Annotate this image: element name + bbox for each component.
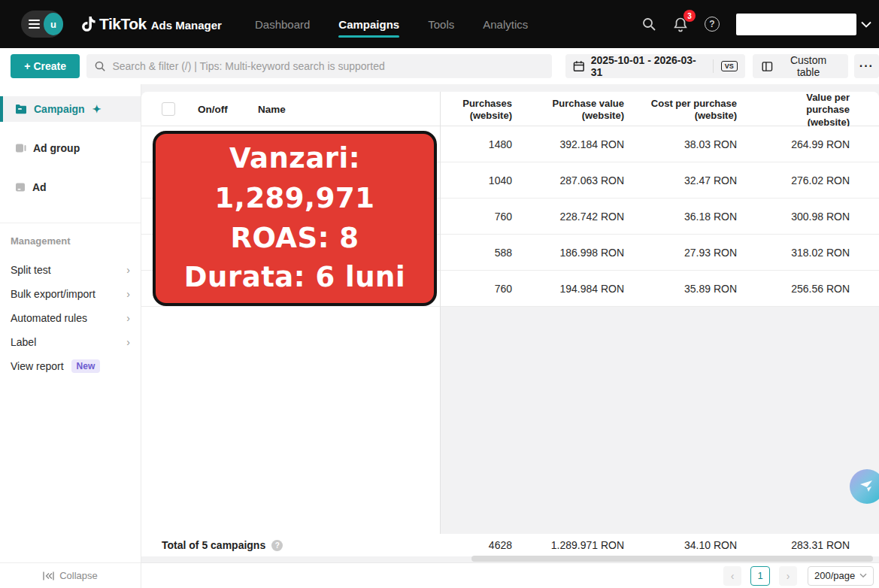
cell-purchases: 760 xyxy=(440,211,512,223)
management-section-title: Management xyxy=(0,229,141,252)
nav-campaigns[interactable]: Campaigns xyxy=(338,2,399,47)
sidebar-item-split-test[interactable]: Split test › xyxy=(0,258,141,282)
help-icon[interactable]: ? xyxy=(703,15,721,33)
notifications-bell-icon[interactable]: 3 xyxy=(671,15,690,33)
collapse-button[interactable]: Collapse xyxy=(0,562,141,588)
annotation-overlay: Vanzari: 1,289,971 ROAS: 8 Durata: 6 lun… xyxy=(153,131,437,306)
date-range-value: 2025-10-01 - 2026-03-31 xyxy=(591,54,705,78)
column-header-purchases[interactable]: Purchases (website) xyxy=(440,98,512,123)
horizontal-scrollbar[interactable] xyxy=(471,556,873,562)
divider xyxy=(713,59,714,73)
nav-tools[interactable]: Tools xyxy=(428,2,454,47)
assistant-fab[interactable] xyxy=(850,469,879,504)
column-header-name[interactable]: Name xyxy=(258,92,286,126)
sidebar-item-ad[interactable]: Ad xyxy=(0,174,141,200)
table-header-row: On/off Name Purchases (website) Purchase… xyxy=(141,92,879,126)
page-size-select[interactable]: 200/page xyxy=(808,566,874,586)
overlay-line-amount: 1,289,971 xyxy=(215,179,375,219)
cell-purchase-value: 186.998 RON xyxy=(512,247,624,259)
total-purchase-value: 1.289.971 RON xyxy=(512,539,624,551)
toolbar: + Create 2025-10-01 - 2026-03-31 VS Cust… xyxy=(0,48,879,84)
column-header-cost-per-purchase[interactable]: Cost per purchase (website) xyxy=(624,98,737,123)
column-header-value-per-purchase[interactable]: Value per purchase (website) xyxy=(737,92,850,129)
collapse-icon xyxy=(43,571,54,580)
custom-table-button[interactable]: Custom table xyxy=(753,54,848,78)
overlay-line-roas: ROAS: 8 xyxy=(230,219,359,259)
current-page-button[interactable]: 1 xyxy=(750,566,770,586)
total-value-per-purchase: 283.31 RON xyxy=(737,539,850,551)
sidebar-item-campaign[interactable]: Campaign ✦ xyxy=(0,96,141,122)
column-header-onoff[interactable]: On/off xyxy=(198,92,228,126)
total-cost-per-purchase: 34.10 RON xyxy=(624,539,737,551)
chevron-right-icon: › xyxy=(126,312,130,324)
campaign-table: On/off Name Purchases (website) Purchase… xyxy=(141,84,879,588)
cell-purchases: 760 xyxy=(440,283,512,295)
cell-cost-per-purchase: 35.89 RON xyxy=(624,283,737,295)
pagination-bar: ‹ 1 › 200/page xyxy=(141,562,879,588)
notification-badge: 3 xyxy=(683,10,696,22)
cell-value-per-purchase: 264.99 RON xyxy=(737,138,850,150)
hamburger-icon xyxy=(29,20,40,29)
sidebar-item-view-report[interactable]: View report New xyxy=(0,354,141,378)
chevron-right-icon: › xyxy=(126,288,130,300)
cell-value-per-purchase: 300.98 RON xyxy=(737,211,850,223)
column-header-purchase-value[interactable]: Purchase value (website) xyxy=(512,98,624,123)
top-right-controls: 3 ? xyxy=(626,14,871,35)
tiktok-note-icon xyxy=(81,16,96,32)
cell-purchase-value: 392.184 RON xyxy=(512,138,624,150)
assistant-sparkle-icon xyxy=(857,477,877,496)
brand-suffix: Ads Manager xyxy=(151,19,222,32)
search-filter-bar xyxy=(86,54,552,78)
menu-toggle[interactable]: u xyxy=(21,11,63,38)
create-button[interactable]: + Create xyxy=(11,54,80,78)
sidebar-item-automated-rules[interactable]: Automated rules › xyxy=(0,306,141,330)
nav-dashboard[interactable]: Dashboard xyxy=(255,2,310,47)
more-options-button[interactable]: ··· xyxy=(854,54,879,78)
calendar-icon xyxy=(573,60,585,72)
chevron-down-icon xyxy=(859,573,867,578)
cell-purchases: 588 xyxy=(440,247,512,259)
cell-purchase-value: 287.063 RON xyxy=(512,174,624,186)
date-range-picker[interactable]: 2025-10-01 - 2026-03-31 VS xyxy=(565,54,745,78)
cell-cost-per-purchase: 38.03 RON xyxy=(624,138,737,150)
frozen-column-panel xyxy=(141,307,440,534)
frozen-column-divider xyxy=(440,92,441,556)
account-chevron-down-icon[interactable] xyxy=(861,21,871,28)
next-page-button[interactable]: › xyxy=(779,566,797,586)
sidebar: Campaign ✦ Ad group Ad Management Split … xyxy=(0,84,141,588)
cell-purchases: 1040 xyxy=(440,174,512,186)
info-icon[interactable]: ? xyxy=(271,540,283,551)
cell-purchases: 1480 xyxy=(440,138,512,150)
search-input[interactable] xyxy=(112,60,544,72)
sidebar-item-label[interactable]: Label › xyxy=(0,330,141,354)
compare-vs-button[interactable]: VS xyxy=(721,61,738,71)
top-nav: Dashboard Campaigns Tools Analytics xyxy=(255,2,528,47)
ad-icon xyxy=(15,182,26,192)
brand-name: TikTok xyxy=(99,15,147,33)
chevron-right-icon: › xyxy=(126,264,130,276)
search-filter-icon xyxy=(94,60,106,72)
folder-icon xyxy=(15,104,27,114)
cell-cost-per-purchase: 32.47 RON xyxy=(624,174,737,186)
cell-cost-per-purchase: 27.93 RON xyxy=(624,247,737,259)
user-avatar: u xyxy=(44,13,63,35)
ad-group-icon xyxy=(15,143,26,153)
account-selector[interactable] xyxy=(736,14,856,35)
cell-cost-per-purchase: 36.18 RON xyxy=(624,211,737,223)
sidebar-item-ad-group[interactable]: Ad group xyxy=(0,135,141,161)
search-icon[interactable] xyxy=(640,15,658,33)
top-header: u TikTok Ads Manager Dashboard Campaigns… xyxy=(0,0,879,48)
cell-value-per-purchase: 276.02 RON xyxy=(737,174,850,186)
table-total-row: Total of 5 campaigns ? 4628 1.289.971 RO… xyxy=(141,534,879,556)
columns-icon xyxy=(762,61,773,72)
sparkle-icon: ✦ xyxy=(92,103,102,115)
cell-purchase-value: 194.984 RON xyxy=(512,283,624,295)
tiktok-logo: TikTok Ads Manager xyxy=(81,15,222,33)
select-all-checkbox[interactable] xyxy=(162,102,175,116)
nav-analytics[interactable]: Analytics xyxy=(483,2,528,47)
prev-page-button[interactable]: ‹ xyxy=(723,566,741,586)
overlay-line-durata: Durata: 6 luni xyxy=(184,258,405,298)
total-label: Total of 5 campaigns xyxy=(162,539,265,551)
sidebar-item-bulk-export-import[interactable]: Bulk export/import › xyxy=(0,282,141,306)
cell-value-per-purchase: 318.02 RON xyxy=(737,247,850,259)
